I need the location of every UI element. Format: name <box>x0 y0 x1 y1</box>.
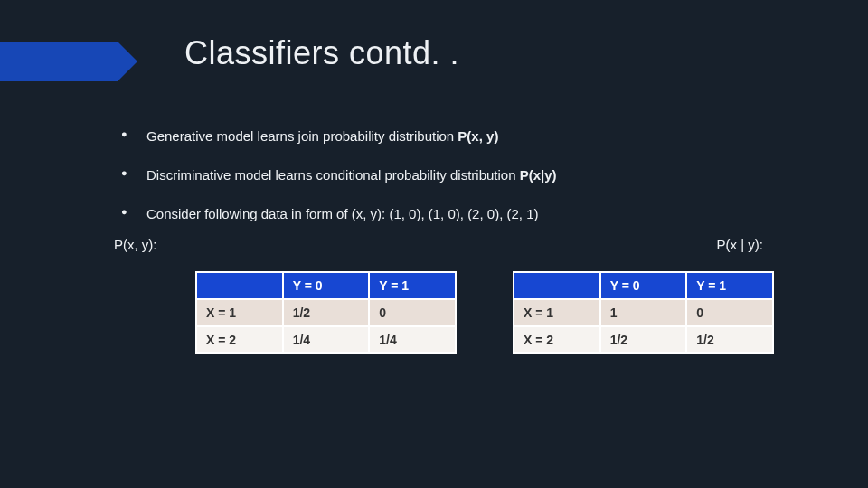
table-cell: 1/2 <box>600 326 687 353</box>
bullet-text: Consider following data in form of (x, y… <box>146 206 538 221</box>
table-row: X = 2 1/4 1/4 <box>196 326 456 353</box>
bullet-text: Discriminative model learns conditional … <box>146 167 520 183</box>
table-cell: 0 <box>369 299 456 326</box>
table-cell: X = 1 <box>196 299 283 326</box>
label-joint: P(x, y): <box>114 237 157 252</box>
table-cell: 1/2 <box>283 299 370 326</box>
table-row: X = 1 1/2 0 <box>196 299 456 326</box>
bullet-bold: P(x|y) <box>520 167 557 183</box>
slide-title: Classifiers contd. . <box>184 34 459 72</box>
table-cell: 1/2 <box>686 326 773 353</box>
table-row: X = 1 1 0 <box>514 299 773 326</box>
bullet-item: Generative model learns join probability… <box>116 127 767 145</box>
bullet-item: Discriminative model learns conditional … <box>116 165 767 184</box>
table-cell: 0 <box>686 299 773 326</box>
bullet-text: Generative model learns join probability… <box>146 128 458 144</box>
label-conditional: P(x | y): <box>717 237 763 252</box>
table-row: Y = 0 Y = 1 <box>514 272 773 299</box>
bullet-bold: P(x, y) <box>458 128 498 144</box>
accent-shape <box>0 42 118 81</box>
table-joint: Y = 0 Y = 1 X = 1 1/2 0 X = 2 1/4 1/4 <box>195 271 457 354</box>
table-cell: X = 1 <box>514 299 600 326</box>
tables-container: Y = 0 Y = 1 X = 1 1/2 0 X = 2 1/4 1/4 Y … <box>195 271 774 354</box>
bullet-list: Generative model learns join probability… <box>116 127 767 243</box>
table-cell: 1/4 <box>369 326 456 353</box>
bullet-item: Consider following data in form of (x, y… <box>116 204 767 223</box>
table-header: Y = 0 <box>600 272 687 299</box>
table-row: Y = 0 Y = 1 <box>196 272 456 299</box>
table-header: Y = 1 <box>686 272 773 299</box>
table-cell: 1 <box>600 299 687 326</box>
table-header: Y = 1 <box>369 272 456 299</box>
table-cell: X = 2 <box>196 326 283 353</box>
table-conditional: Y = 0 Y = 1 X = 1 1 0 X = 2 1/2 1/2 <box>513 271 774 354</box>
table-cell: X = 2 <box>514 326 600 353</box>
table-header: Y = 0 <box>283 272 370 299</box>
table-header <box>514 272 600 299</box>
table-cell: 1/4 <box>283 326 370 353</box>
table-row: X = 2 1/2 1/2 <box>514 326 773 353</box>
table-header <box>196 272 283 299</box>
